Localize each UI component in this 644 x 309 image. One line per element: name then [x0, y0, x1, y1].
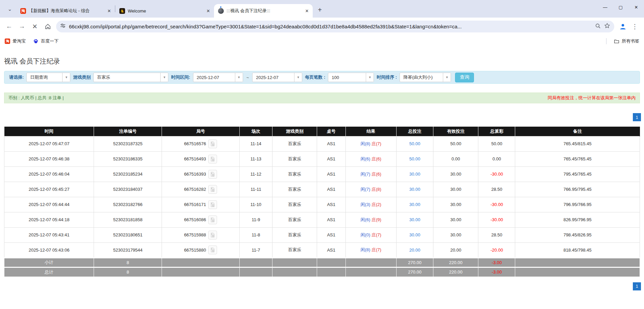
cell-total-bet: 30.00 — [396, 182, 433, 197]
new-tab-button[interactable]: + — [315, 5, 325, 15]
site-settings-icon[interactable] — [60, 23, 66, 30]
cell-bet-id: 523023182766 — [94, 197, 162, 212]
video-replay-icon[interactable] — [208, 246, 217, 254]
cell-result: 闲(3) 庄(2) — [345, 197, 396, 212]
cell-time: 2025-12-07 05:46:38 — [4, 151, 94, 166]
total-bet-link[interactable]: 30.00 — [409, 217, 421, 222]
page-size-select[interactable]: 100▼ — [328, 73, 374, 82]
total-bet-link[interactable]: 50.00 — [409, 141, 421, 146]
forum-favicon-icon: 淘 — [20, 8, 26, 14]
round-number: 667516086 — [184, 217, 206, 222]
sum-payout: -3.00 — [478, 258, 515, 267]
video-replay-icon[interactable] — [208, 170, 217, 179]
cell-payout: 28.50 — [478, 227, 515, 242]
stop-loading-icon[interactable]: ✕ — [29, 21, 41, 32]
round-number: 667516171 — [184, 202, 206, 207]
cell-table-no: AS1 — [317, 212, 345, 227]
query-type-select[interactable]: 日期查询▼ — [26, 73, 70, 82]
cell-result: 闲(0) 庄(7) — [345, 227, 396, 242]
tab-close-icon[interactable]: ✕ — [304, 8, 310, 14]
sum-valid-bet: 220.00 — [433, 258, 478, 267]
cell-remark: 795.45/765.45 — [515, 166, 640, 182]
home-icon[interactable] — [42, 21, 53, 32]
all-bookmarks-button[interactable]: 所有书签 — [614, 38, 639, 44]
video-replay-icon[interactable] — [208, 215, 217, 224]
table-header-row: 时间注单编号局号场次游戏类别桌号结果总投注有效投注总派彩备注 — [4, 127, 640, 136]
taobao-icon: 淘 — [5, 38, 10, 44]
menu-kebab-icon[interactable]: ⋮ — [629, 21, 641, 32]
result-banker: 庄(7) — [372, 232, 381, 237]
sum-valid-bet: 220.00 — [433, 267, 478, 277]
url-bar[interactable]: 66cxkj98.com/ipl/portal.php/game/betreco… — [56, 21, 614, 32]
tab-bet-record[interactable]: :::视讯 会员下注纪录::: ✕ — [214, 4, 313, 18]
sum-empty-cell — [272, 267, 317, 277]
zoom-icon[interactable] — [595, 23, 601, 30]
video-replay-icon[interactable] — [208, 185, 217, 194]
pagination-top: 1 — [4, 113, 640, 121]
result-banker: 庄(9) — [372, 217, 381, 222]
table-row: 2025-12-07 05:45:27523023184037667516282… — [4, 182, 640, 197]
bookmark-aitaobao[interactable]: 淘 爱淘宝 — [5, 38, 26, 44]
total-bet-link[interactable]: 30.00 — [409, 172, 421, 177]
game-type-select[interactable]: 百家乐▼ — [93, 73, 168, 82]
page-number-button[interactable]: 1 — [633, 282, 641, 290]
tab-forum[interactable]: 淘 【新提醒】海燕策略论坛 - 综合 ✕ — [16, 4, 115, 18]
sum-remark — [515, 267, 640, 277]
result-banker: 庄(7) — [372, 141, 381, 146]
total-bet-link[interactable]: 30.00 — [409, 232, 421, 237]
cell-total-bet: 50.00 — [396, 136, 433, 151]
search-button[interactable]: 查询 — [455, 73, 474, 82]
video-replay-icon[interactable] — [208, 200, 217, 209]
total-bet-link[interactable]: 30.00 — [409, 202, 421, 207]
sum-count: 8 — [94, 258, 162, 267]
chevron-down-icon: ▼ — [62, 73, 70, 82]
tab-search-chevron-icon[interactable]: ⌄ — [4, 3, 16, 15]
cell-valid-bet: 20.00 — [433, 242, 478, 258]
bookmark-baidu[interactable]: 百度一下 — [33, 38, 58, 44]
tab-welcome[interactable]: ♞ Welcome ✕ — [115, 4, 214, 18]
profile-avatar-icon[interactable] — [617, 21, 628, 32]
cell-valid-bet: 30.00 — [433, 166, 478, 182]
subtotal-row: 小计8270.00220.00-3.00 — [4, 258, 640, 267]
cell-bet-id: 523023180651 — [94, 227, 162, 242]
sum-count: 8 — [94, 267, 162, 277]
minimize-button[interactable]: — — [597, 0, 613, 14]
sort-order-select[interactable]: 降幂(由大到小)▼ — [400, 73, 451, 82]
cell-round-id: 667515880 — [162, 242, 239, 258]
date-from-select[interactable]: 2025-12-07▼ — [193, 73, 243, 82]
total-row: 总计8270.00220.00-3.00 — [4, 267, 640, 277]
bookmark-star-icon[interactable] — [604, 23, 610, 30]
chevron-down-icon: ▼ — [443, 73, 451, 82]
page-number-button[interactable]: 1 — [633, 113, 641, 121]
pagination-bottom: 1 — [4, 282, 640, 290]
video-replay-icon[interactable] — [208, 231, 217, 239]
total-bet-link[interactable]: 30.00 — [409, 187, 421, 192]
result-player: 闲(3) — [361, 202, 371, 207]
close-window-button[interactable]: ✕ — [628, 0, 644, 14]
cell-session: 11-7 — [239, 242, 272, 258]
url-text[interactable]: 66cxkj98.com/ipl/portal.php/game/betreco… — [69, 24, 592, 29]
cell-payout: 28.50 — [478, 182, 515, 197]
cell-total-bet: 30.00 — [396, 166, 433, 182]
all-bookmarks-label: 所有书签 — [622, 38, 639, 44]
cell-table-no: AS1 — [317, 151, 345, 166]
cell-session: 11-12 — [239, 166, 272, 182]
video-replay-icon[interactable] — [208, 139, 217, 148]
column-header: 局号 — [162, 127, 239, 136]
tab-title: 【新提醒】海燕策略论坛 - 综合 — [29, 8, 103, 14]
cell-result: 闲(8) 庄(7) — [345, 136, 396, 151]
tab-close-icon[interactable]: ✕ — [205, 8, 211, 14]
cell-total-bet: 30.00 — [396, 212, 433, 227]
table-row: 2025-12-07 05:46:38523023186335667516493… — [4, 151, 640, 166]
forward-icon[interactable]: → — [16, 21, 28, 32]
maximize-button[interactable]: ▢ — [613, 0, 628, 14]
date-to-select[interactable]: 2025-12-07▼ — [252, 73, 302, 82]
cell-total-bet: 30.00 — [396, 227, 433, 242]
tab-close-icon[interactable]: ✕ — [106, 8, 112, 14]
video-replay-icon[interactable] — [208, 155, 217, 163]
back-icon[interactable]: ← — [3, 21, 15, 32]
cell-session: 11-13 — [239, 151, 272, 166]
total-bet-link[interactable]: 50.00 — [409, 156, 421, 161]
bookmarks-divider — [606, 38, 606, 44]
total-bet-link[interactable]: 20.00 — [409, 248, 421, 253]
